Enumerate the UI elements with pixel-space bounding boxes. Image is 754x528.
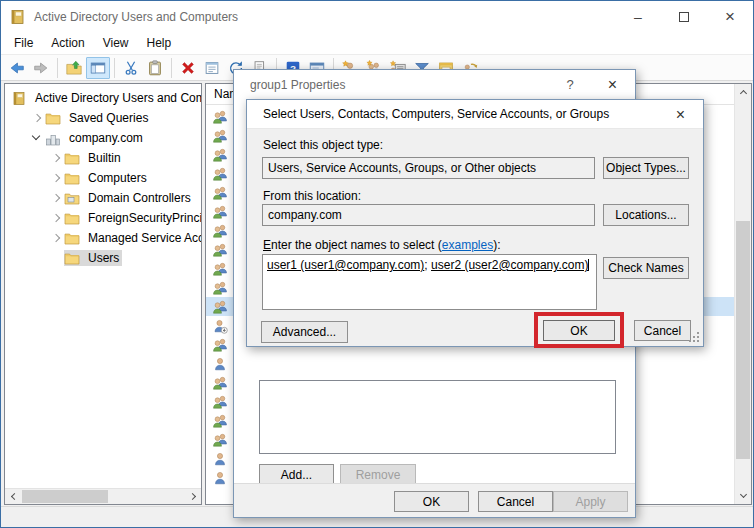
properties-apply-button: Apply <box>553 491 628 512</box>
text-caret <box>588 259 589 271</box>
locations-button[interactable]: Locations... <box>603 204 689 226</box>
group-icon <box>212 128 229 144</box>
chevron-collapsed-icon[interactable] <box>30 111 45 125</box>
group-icon <box>212 242 229 258</box>
tree-item-users[interactable]: Users <box>5 248 201 268</box>
tree-item-company-com[interactable]: company.com <box>5 128 201 148</box>
chevron-collapsed-icon[interactable] <box>49 151 64 165</box>
folder-icon <box>64 211 81 226</box>
names-label-accelerator: E <box>263 238 271 252</box>
menu-file[interactable]: File <box>5 33 42 53</box>
group-icon <box>212 280 229 296</box>
names-label: Enter the object names to select (exampl… <box>263 238 500 252</box>
folder-icon <box>64 151 81 166</box>
scroll-up-arrow[interactable] <box>735 84 751 101</box>
close-button[interactable]: × <box>707 1 753 32</box>
object-names-input[interactable]: user1 (user1@company.com); user2 (user2@… <box>262 254 597 310</box>
select-dialog: Select Users, Contacts, Computers, Servi… <box>246 99 704 347</box>
console-tree: Active Directory Users and ComputersSave… <box>5 88 201 268</box>
folder-dc-icon <box>64 191 81 206</box>
forward-icon[interactable] <box>29 57 53 79</box>
group-icon <box>212 375 229 391</box>
properties-ok-button[interactable]: OK <box>394 491 469 512</box>
tree-item-label: ForeignSecurityPrincipals <box>85 210 202 226</box>
group-icon <box>212 413 229 429</box>
folder-icon <box>45 111 62 126</box>
scroll-thumb[interactable] <box>22 490 108 503</box>
scroll-thumb[interactable] <box>736 221 750 459</box>
group-icon <box>212 432 229 448</box>
help-button[interactable]: ? <box>550 70 590 99</box>
tree-item-label: Users <box>85 250 122 266</box>
tree-item-foreignsecurityprincipals[interactable]: ForeignSecurityPrincipals <box>5 208 201 228</box>
properties-dialog-titlebar: group1 Properties ? × <box>234 70 635 99</box>
select-dialog-cancel-button[interactable]: Cancel <box>634 320 691 341</box>
check-names-button[interactable]: Check Names <box>603 257 689 279</box>
examples-link[interactable]: examples <box>442 238 493 252</box>
maximize-icon <box>679 12 689 22</box>
tree-item-active-directory-users-and-computers[interactable]: Active Directory Users and Computers <box>5 88 201 108</box>
tree-item-domain-controllers[interactable]: Domain Controllers <box>5 188 201 208</box>
menu-help[interactable]: Help <box>138 33 181 53</box>
group-icon <box>212 299 229 315</box>
location-field: company.com <box>262 204 595 226</box>
group-icon <box>212 204 229 220</box>
app-window: Active Directory Users and Computers – ×… <box>0 0 754 528</box>
properties-close-button[interactable]: × <box>590 70 635 99</box>
app-icon <box>10 9 26 25</box>
resize-grip[interactable] <box>697 340 699 342</box>
tree-item-computers[interactable]: Computers <box>5 168 201 188</box>
titlebar: Active Directory Users and Computers – × <box>1 1 753 32</box>
object-type-label: Select this object type: <box>263 138 383 152</box>
cut-icon[interactable] <box>119 57 143 79</box>
chevron-collapsed-icon[interactable] <box>49 171 64 185</box>
console-tree-pane: Active Directory Users and ComputersSave… <box>4 83 202 505</box>
chevron-collapsed-icon[interactable] <box>49 231 64 245</box>
group-icon <box>212 261 229 277</box>
tree-item-managed-service-accounts[interactable]: Managed Service Accounts <box>5 228 201 248</box>
scroll-right-arrow[interactable] <box>185 489 201 504</box>
paste-icon[interactable] <box>143 57 167 79</box>
properties-dialog-title: group1 Properties <box>250 78 345 92</box>
select-dialog-titlebar: Select Users, Contacts, Computers, Servi… <box>247 100 703 129</box>
menu-action[interactable]: Action <box>42 33 93 53</box>
toolbar-separator <box>171 58 172 78</box>
location-value: company.com <box>268 208 342 222</box>
folder-icon <box>64 171 81 186</box>
console-tree-toggle-icon[interactable] <box>86 57 110 79</box>
back-icon[interactable] <box>5 57 29 79</box>
resolved-name-1: user1 (user1@company.com) <box>267 258 424 272</box>
domain-icon <box>45 131 62 146</box>
group-icon <box>212 166 229 182</box>
properties-cancel-button[interactable]: Cancel <box>478 491 553 512</box>
tree-item-label: Managed Service Accounts <box>85 230 202 246</box>
minimize-button[interactable]: – <box>615 1 661 32</box>
group-icon <box>212 185 229 201</box>
scroll-down-arrow[interactable] <box>735 487 751 504</box>
chevron-collapsed-icon[interactable] <box>49 211 64 225</box>
menu-view[interactable]: View <box>94 33 138 53</box>
maximize-button[interactable] <box>661 1 707 32</box>
folder-icon <box>64 251 81 266</box>
tree-item-saved-queries[interactable]: Saved Queries <box>5 108 201 128</box>
chevron-expanded-icon[interactable] <box>30 131 45 145</box>
toolbar-separator <box>57 58 58 78</box>
folder-icon <box>64 231 81 246</box>
up-one-level-icon[interactable] <box>62 57 86 79</box>
tree-item-label: Builtin <box>85 150 124 166</box>
window-title: Active Directory Users and Computers <box>34 10 238 24</box>
tree-item-builtin[interactable]: Builtin <box>5 148 201 168</box>
members-list-box[interactable] <box>259 380 616 454</box>
select-dialog-ok-button[interactable]: OK <box>543 320 615 341</box>
object-types-button[interactable]: Object Types... <box>603 157 689 179</box>
tree-horizontal-scrollbar[interactable] <box>5 488 201 504</box>
properties-icon[interactable] <box>200 57 224 79</box>
properties-dialog-footer: OK Cancel Apply <box>234 483 635 517</box>
advanced-button[interactable]: Advanced... <box>261 321 348 343</box>
delete-icon[interactable] <box>176 57 200 79</box>
select-close-button[interactable]: × <box>658 100 703 129</box>
user-disabled-icon <box>212 318 229 334</box>
details-vertical-scrollbar[interactable] <box>734 84 751 504</box>
chevron-collapsed-icon[interactable] <box>49 191 64 205</box>
scroll-left-arrow[interactable] <box>5 489 21 504</box>
